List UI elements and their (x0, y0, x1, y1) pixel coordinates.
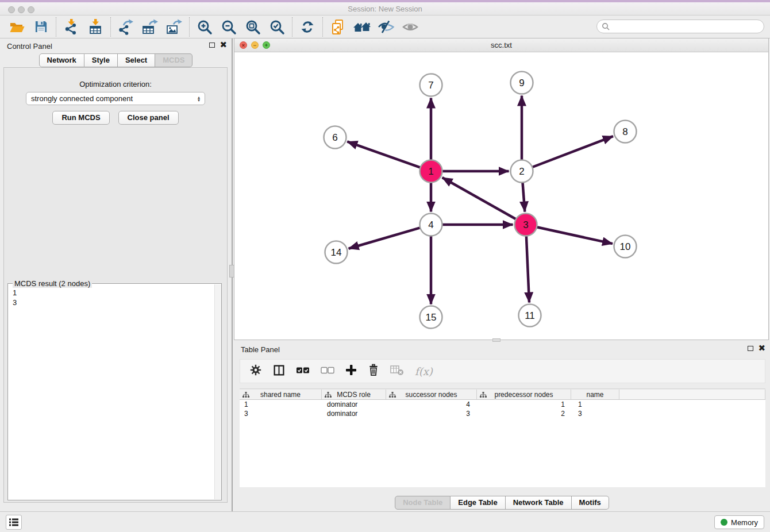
close-panel-button[interactable]: Close panel (118, 111, 179, 125)
column-header-mcds-role[interactable]: MCDS role (322, 390, 386, 399)
column-hierarchy-icon (389, 392, 396, 399)
zoom-out-icon[interactable] (217, 17, 241, 37)
tab-network-table[interactable]: Network Table (506, 496, 572, 510)
column-header-label: name (586, 391, 603, 399)
show-all-icon[interactable] (398, 17, 422, 37)
column-header-name[interactable]: name (571, 390, 619, 399)
table-cell[interactable]: 2 (479, 410, 573, 418)
zoom-in-icon[interactable] (192, 17, 217, 37)
first-neighbors-icon[interactable] (350, 17, 374, 37)
node-table[interactable]: shared nameMCDS rolesuccessor nodesprede… (240, 388, 765, 487)
control-panel-tabs: NetworkStyleSelectMCDS (0, 53, 232, 67)
task-history-button[interactable] (6, 515, 22, 530)
tab-node-table[interactable]: Node Table (395, 496, 451, 510)
clone-network-icon[interactable] (326, 17, 350, 37)
delete-column-icon[interactable] (368, 364, 379, 379)
column-header-label: shared name (260, 391, 301, 399)
control-panel-close-icon[interactable]: ✖ (220, 42, 227, 48)
search-input[interactable] (610, 21, 764, 32)
tab-mcds[interactable]: MCDS (155, 53, 192, 67)
table-cell[interactable]: 1 (573, 400, 622, 408)
table-panel-title: Table Panel (241, 345, 280, 354)
graph-node-label: 14 (331, 247, 342, 258)
open-session-icon[interactable] (5, 17, 29, 37)
create-column-icon[interactable] (345, 364, 357, 378)
network-canvas[interactable]: 7968124314101511 (234, 52, 768, 340)
table-cell[interactable]: 4 (387, 400, 479, 408)
search-field[interactable] (596, 20, 764, 33)
table-cell[interactable]: 3 (573, 410, 622, 418)
graph-edge-2-3[interactable] (522, 182, 525, 211)
table-panel-header: Table Panel ✖ (234, 342, 770, 357)
save-session-icon[interactable] (29, 17, 53, 37)
tab-select[interactable]: Select (118, 53, 155, 67)
deselect-all-columns-icon[interactable] (321, 366, 334, 376)
import-table-icon[interactable] (83, 17, 107, 37)
table-row[interactable]: 1dominator411 (240, 400, 765, 409)
tab-network[interactable]: Network (39, 53, 84, 67)
result-scrollbar[interactable] (214, 284, 221, 499)
column-header-label: predecessor nodes (494, 391, 553, 399)
table-panel-tabs: Node TableEdge TableNetwork TableMotifs (234, 496, 770, 510)
graph-node-label: 1 (428, 166, 433, 177)
graph-edge-3-10[interactable] (537, 227, 613, 244)
criterion-selected-value: strongly connected component (31, 94, 133, 103)
graph-edge-4-14[interactable] (349, 228, 421, 248)
tab-motifs[interactable]: Motifs (572, 496, 609, 510)
memory-label: Memory (731, 518, 758, 527)
table-row[interactable]: 3dominator323 (240, 409, 765, 418)
import-network-icon[interactable] (59, 17, 83, 37)
memory-button[interactable]: Memory (714, 515, 764, 529)
table-cell[interactable]: dominator (322, 410, 387, 418)
table-cell[interactable]: 1 (479, 400, 573, 408)
tab-edge-table[interactable]: Edge Table (451, 496, 505, 510)
graph-edge-1-6[interactable] (347, 141, 420, 167)
optimization-criterion-label: Optimization criterion: (4, 80, 227, 88)
run-mcds-button[interactable]: Run MCDS (52, 111, 109, 125)
graph-edge-3-1[interactable] (442, 178, 516, 219)
table-panel-float-icon[interactable] (748, 346, 753, 351)
function-builder-icon: f(x) (415, 365, 433, 377)
task-list-icon (9, 518, 19, 527)
app-window: { "window_title": "Session: New Session"… (0, 0, 770, 532)
export-table-icon[interactable] (138, 17, 162, 37)
table-panel-close-icon[interactable]: ✖ (758, 345, 765, 351)
tab-style[interactable]: Style (84, 53, 118, 67)
table-settings-gear-icon[interactable] (249, 364, 262, 379)
control-panel: Control Panel ✖ NetworkStyleSelectMCDS O… (0, 38, 232, 506)
table-cell[interactable]: 3 (240, 410, 322, 418)
network-window-titlebar[interactable]: × − + scc.txt (234, 38, 768, 52)
column-hierarchy-icon (242, 392, 249, 399)
control-panel-float-icon[interactable] (209, 43, 215, 48)
show-columns-icon[interactable] (273, 364, 285, 379)
node-table-body: 1dominator4113dominator323 (240, 400, 765, 418)
apply-layout-icon[interactable] (295, 17, 319, 37)
mcds-result-list: 1 3 (8, 285, 214, 500)
graph-node-label: 11 (525, 310, 535, 321)
table-panel: Table Panel ✖ (234, 342, 770, 511)
graph-node-label: 3 (523, 219, 528, 230)
select-stepper-icon: ▴▾ (198, 96, 200, 102)
column-header-predecessor-nodes[interactable]: predecessor nodes (477, 390, 571, 399)
table-cell[interactable]: 1 (240, 400, 322, 408)
control-panel-title: Control Panel (7, 42, 52, 51)
table-cell[interactable]: dominator (322, 400, 387, 408)
table-cell[interactable]: 3 (387, 410, 479, 418)
criterion-select[interactable]: strongly connected component ▴▾ (26, 92, 205, 105)
zoom-fit-icon[interactable] (241, 17, 265, 37)
graph-node-label: 7 (428, 80, 433, 91)
graph-edge-3-11[interactable] (526, 236, 529, 302)
mcds-result-group: MCDS result (2 nodes) 1 3 (7, 283, 222, 500)
zoom-selected-icon[interactable] (265, 17, 289, 37)
graph-node-label: 8 (622, 126, 627, 137)
table-toolbar: f(x) (240, 359, 765, 383)
toolbar-separator (322, 17, 323, 37)
export-image-icon[interactable] (162, 17, 186, 37)
hide-selected-icon[interactable] (374, 17, 398, 37)
column-header-shared-name[interactable]: shared name (240, 390, 322, 399)
export-network-icon[interactable] (114, 17, 138, 37)
graph-node-label: 2 (519, 166, 524, 177)
column-header-successor-nodes[interactable]: successor nodes (386, 390, 477, 399)
select-all-columns-icon[interactable] (296, 366, 310, 376)
graph-edge-2-8[interactable] (532, 136, 613, 167)
